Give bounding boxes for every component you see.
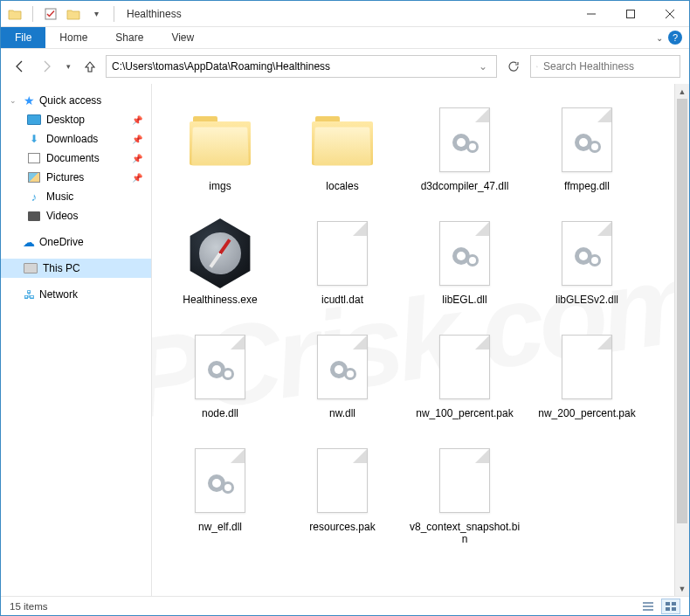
file-item[interactable]: nw_200_percent.pak — [526, 323, 648, 437]
file-item[interactable]: Healthiness.exe — [159, 210, 281, 323]
scroll-track[interactable] — [675, 99, 689, 581]
file-icon — [317, 221, 368, 286]
file-label: libGLESv2.dll — [555, 294, 618, 306]
sidebar-item-desktop[interactable]: Desktop 📌 — [1, 110, 151, 129]
scroll-up-button[interactable]: ▲ — [675, 84, 689, 99]
search-input[interactable] — [543, 60, 674, 73]
file-item[interactable]: libGLESv2.dll — [526, 210, 648, 323]
files-pane[interactable]: PCrisk.com imgslocalesd3dcompiler_47.dll… — [152, 84, 674, 596]
tab-home[interactable]: Home — [45, 27, 101, 48]
search-icon — [536, 61, 538, 73]
file-label: d3dcompiler_47.dll — [421, 180, 509, 192]
desktop-icon — [27, 113, 41, 127]
pin-icon: 📌 — [132, 173, 142, 183]
scroll-thumb[interactable] — [677, 99, 687, 523]
file-label: Healthiness.exe — [183, 294, 257, 306]
svg-rect-1 — [626, 10, 634, 17]
address-dropdown-icon[interactable]: ⌄ — [475, 60, 491, 73]
address-bar[interactable]: ⌄ — [106, 55, 497, 78]
pin-icon: 📌 — [132, 115, 142, 125]
star-icon: ★ — [22, 93, 36, 107]
file-label: nw.dll — [329, 407, 355, 419]
window-title: Healthiness — [123, 8, 182, 20]
onedrive-group[interactable]: › ☁ OneDrive — [1, 232, 151, 252]
folder-small-icon[interactable] — [65, 5, 82, 23]
file-item[interactable]: node.dll — [159, 323, 281, 437]
file-item[interactable]: nw.dll — [281, 323, 404, 437]
chevron-down-icon: ⌄ — [10, 96, 18, 105]
documents-icon — [27, 151, 41, 165]
sidebar-item-music[interactable]: ♪ Music — [1, 187, 151, 206]
file-icon — [439, 335, 490, 399]
file-item[interactable]: imgs — [159, 96, 281, 210]
sidebar-item-documents[interactable]: Documents 📌 — [1, 149, 151, 168]
search-box[interactable] — [530, 55, 680, 78]
sidebar-item-label: Pictures — [46, 171, 84, 183]
minimize-button[interactable] — [571, 1, 611, 26]
forward-button[interactable] — [36, 56, 57, 77]
file-label: locales — [326, 180, 358, 192]
status-bar: 15 items — [1, 596, 689, 615]
dll-file-icon — [195, 448, 245, 513]
sidebar-item-videos[interactable]: Videos — [1, 206, 151, 225]
back-button[interactable] — [10, 56, 31, 77]
tab-share[interactable]: Share — [101, 27, 157, 48]
file-label: ffmpeg.dll — [564, 180, 610, 192]
vertical-scrollbar[interactable]: ▲ ▼ — [674, 84, 689, 596]
dll-file-icon — [439, 107, 490, 172]
maximize-button[interactable] — [611, 1, 650, 26]
svg-point-2 — [536, 66, 537, 66]
onedrive-label: OneDrive — [39, 236, 84, 248]
network-label: Network — [39, 288, 78, 301]
tab-view[interactable]: View — [157, 27, 208, 48]
recent-dropdown[interactable]: ▾ — [62, 56, 74, 77]
sidebar-item-pictures[interactable]: Pictures 📌 — [1, 168, 151, 187]
close-button[interactable] — [650, 1, 689, 26]
qat-checkbox-icon[interactable] — [42, 5, 59, 23]
folder-icon — [6, 5, 24, 23]
svg-rect-6 — [672, 607, 676, 611]
sidebar-item-label: Documents — [46, 152, 100, 164]
help-icon[interactable]: ? — [668, 31, 682, 45]
network-group[interactable]: › 🖧 Network — [1, 285, 151, 304]
file-item[interactable]: resources.pak — [281, 437, 404, 550]
nav-pane: ⌄ ★ Quick access Desktop 📌 ⬇ Downloads 📌… — [1, 84, 152, 596]
address-input[interactable] — [112, 60, 475, 73]
item-count: 15 items — [10, 601, 47, 612]
thispc-label: This PC — [43, 262, 80, 274]
file-item[interactable]: nw_elf.dll — [159, 437, 281, 550]
file-label: nw_elf.dll — [198, 521, 242, 533]
titlebar: ▾ Healthiness — [1, 1, 689, 27]
file-item[interactable]: libEGL.dll — [404, 210, 526, 323]
file-item[interactable]: nw_100_percent.pak — [404, 323, 526, 437]
file-item[interactable]: icudtl.dat — [281, 210, 404, 323]
qat-overflow-icon[interactable]: ▾ — [87, 5, 105, 23]
cloud-icon: ☁ — [22, 235, 36, 249]
ribbon-tabs: File Home Share View ⌄ ? — [1, 27, 689, 49]
file-item[interactable]: d3dcompiler_47.dll — [404, 96, 526, 210]
network-icon: 🖧 — [22, 287, 36, 301]
file-tab[interactable]: File — [1, 27, 45, 48]
tiles-view-button[interactable] — [661, 599, 680, 614]
ribbon-expand-icon[interactable]: ⌄ — [656, 33, 663, 43]
svg-rect-3 — [666, 602, 670, 606]
quick-access-group[interactable]: ⌄ ★ Quick access — [1, 91, 151, 110]
file-item[interactable]: locales — [281, 96, 404, 210]
navbar: ▾ ⌄ — [1, 49, 689, 84]
separator — [32, 6, 33, 22]
file-item[interactable]: ffmpeg.dll — [526, 96, 648, 210]
refresh-button[interactable] — [502, 55, 525, 78]
svg-rect-4 — [672, 602, 676, 606]
file-label: libEGL.dll — [442, 294, 486, 306]
scroll-down-button[interactable]: ▼ — [675, 581, 689, 596]
videos-icon — [27, 209, 41, 223]
sidebar-item-downloads[interactable]: ⬇ Downloads 📌 — [1, 129, 151, 149]
details-view-button[interactable] — [638, 599, 658, 614]
up-button[interactable] — [79, 56, 100, 77]
file-icon — [439, 448, 490, 513]
file-item[interactable]: v8_context_snapshot.bin — [404, 437, 526, 550]
thispc-group[interactable]: › This PC — [1, 259, 151, 278]
separator — [114, 6, 114, 22]
music-icon: ♪ — [27, 190, 41, 204]
pin-icon: 📌 — [132, 135, 142, 144]
